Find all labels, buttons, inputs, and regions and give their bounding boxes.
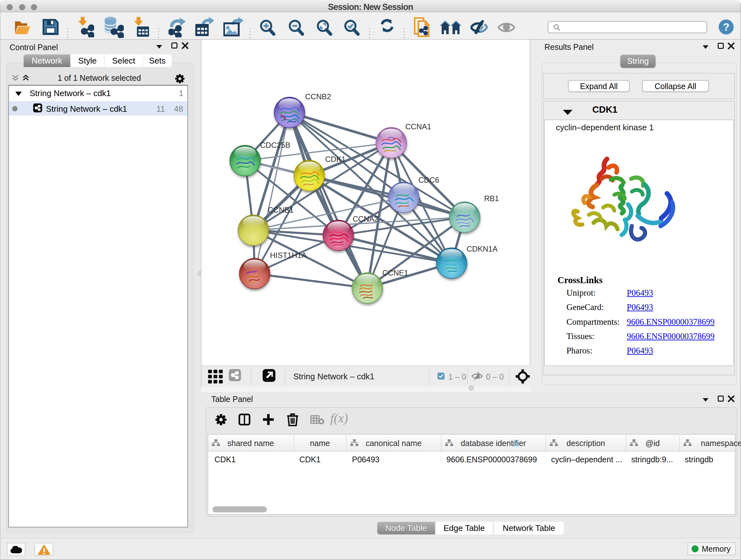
svg-text:CCNB2: CCNB2: [305, 92, 331, 101]
svg-text:CCNA2: CCNA2: [353, 214, 379, 223]
svg-text:RB1: RB1: [484, 194, 499, 203]
svg-text:HIST1H1A: HIST1H1A: [270, 251, 307, 260]
svg-text:CCNB1: CCNB1: [268, 206, 293, 214]
svg-text:CCNA1: CCNA1: [405, 122, 431, 131]
svg-text:CDK1: CDK1: [325, 155, 346, 164]
svg-text:CCNE1: CCNE1: [382, 268, 408, 277]
svg-text:CDC6: CDC6: [418, 176, 439, 184]
svg-text:CDC25B: CDC25B: [260, 141, 290, 149]
svg-text:CDKN1A: CDKN1A: [467, 245, 497, 253]
